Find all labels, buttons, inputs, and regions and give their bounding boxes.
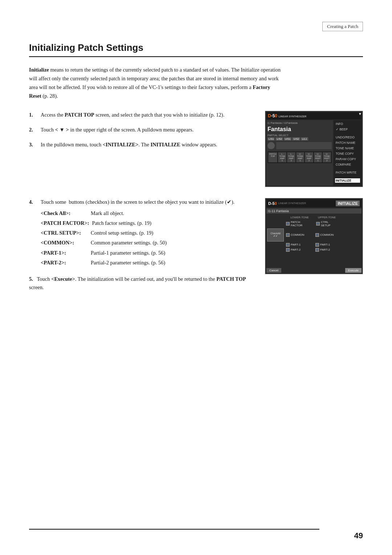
d50-nav-utone2[interactable]: U-TONEAMP 2 [305, 152, 313, 162]
d50-menu-compare[interactable]: COMPARE [335, 162, 360, 167]
d50-chk-patchfactor-lower[interactable] [286, 222, 290, 226]
page-header: Creating a Patch [0, 0, 392, 39]
init-val-checkall: Mark all object. [91, 209, 254, 218]
page-number: 49 [354, 531, 363, 540]
step-2-number: 2. [29, 126, 37, 134]
d50-init-footer: Cancel Execute [266, 268, 362, 273]
d50-checkall-btn[interactable]: CheckAll✔✔ [267, 228, 284, 242]
step-2: 2. Touch < ▼ > in the upper right of the… [29, 126, 254, 134]
d50-menu-info[interactable]: INFO [335, 122, 360, 126]
init-key-common: <COMMON>: [41, 239, 88, 247]
d50-chk-part2-lower[interactable] [286, 248, 290, 252]
init-val-part1: Partial-1 parameter settings. (p. 56) [91, 249, 254, 257]
d50-label-ctrlsetup: CTRLSETUP [321, 220, 331, 227]
d50-menu-paramcopy[interactable]: PARAM COPY [335, 157, 360, 161]
d50-chk-ctrlsetup-upper[interactable] [316, 222, 320, 226]
d50-menu-sep2 [335, 168, 360, 169]
d50-patch-name: Fantasia [268, 126, 332, 133]
d50-init-grid: LOWER-TONE UPPER-TONE PATCHFACTOR C [266, 215, 362, 267]
d50-part1-lower: PART-1 [286, 243, 313, 247]
d50-nav-upart2[interactable]: U-TONEPART 2 [323, 152, 331, 162]
d50-left-panel: i1 Fantasia / i1Fantasia Fantasia PARTIA… [266, 120, 333, 186]
init-item-common: <COMMON>: Common parameter settings. (p.… [41, 239, 254, 247]
d50-common-lower: COMMON [286, 233, 313, 237]
d50-controls [268, 142, 332, 149]
init-item-checkall: <Check All>: Mark all object. [41, 209, 254, 218]
d50-menu-tonecopy[interactable]: TONE COPY [335, 151, 360, 156]
d50-ctrl-setup-upper: CTRLSETUP [316, 220, 343, 227]
d50-nav-ltone2[interactable]: L-TONEAMP 2 [287, 152, 295, 162]
d50-ui-mockup: D-50 LINEAR SYNTHESIZER i1 Fantasia / i1… [265, 111, 363, 187]
init-item-patchfactor: <PATCH FACTOR>: Patch factor settings. (… [41, 219, 254, 227]
d50-cancel-button[interactable]: Cancel [266, 268, 281, 273]
d50-btn-ls2[interactable]: L/S2 [275, 137, 283, 141]
steps-1-3-area: 1. Access the PATCH TOP screen, and sele… [29, 111, 363, 187]
d50-label-part1-upper: PART-1 [320, 243, 330, 246]
d50-menu-initialize[interactable]: INITIALIZE [335, 178, 360, 183]
d50-patch-id: i1 Fantasia / i1Fantasia [268, 121, 332, 125]
d50-menu-sep1 [335, 133, 360, 134]
d50-btn-ll1[interactable]: L/L1 [301, 137, 308, 141]
d50-menu-tonename[interactable]: TONE NAME [335, 146, 360, 150]
d50-part1-upper: PART-1 [315, 243, 343, 247]
d50-part2-upper: PART-2 [315, 248, 343, 252]
d50-init-mockup: D-50 LINEAR SYNTHESIZER INITIALIZE I1-11… [265, 198, 363, 274]
d50-right-menu: ▼ INFO ✓ BEEP UNDO/REDO PATCH NAME TONE … [334, 120, 362, 186]
d50-menu-patchwrite[interactable]: PATCH WRITE [335, 170, 360, 175]
d50-init-row-part2: PART-2 PART-2 [286, 248, 361, 252]
steps-4-5-area: 4. Touch some buttons (checkbox) in the … [29, 198, 363, 292]
init-val-common: Common parameter settings. (p. 50) [91, 239, 254, 247]
intro-paragraph: Initialize means to return the settings … [29, 66, 283, 101]
d50-chk-part1-lower[interactable] [286, 243, 290, 247]
init-key-checkall: <Check All>: [41, 209, 88, 218]
d50-partial-bar: PARTIAL SELECT [268, 134, 332, 137]
d50-dropdown-arrow[interactable]: ▼ [358, 112, 362, 116]
step-3: 3. In the pulldown menu, touch <INITIALI… [29, 141, 254, 149]
init-key-part1: <PART-1>: [41, 249, 88, 257]
d50-chk-common-lower[interactable] [286, 233, 290, 237]
footer-divider [29, 529, 319, 530]
init-val-part2: Partial-2 parameter settings. (p. 56) [91, 259, 254, 267]
d50-label-part2-lower: PART-2 [291, 248, 301, 251]
d50-btn-us2[interactable]: U/S2 [292, 137, 300, 141]
step-1-number: 1. [29, 111, 37, 119]
steps-1-3-left: 1. Access the PATCH TOP screen, and sele… [29, 111, 254, 187]
page-footer: 49 [354, 531, 363, 540]
d50-nav-upart1[interactable]: U-TONEPART 1 [314, 152, 322, 162]
d50-top-bar: D-50 LINEAR SYNTHESIZER [266, 112, 362, 119]
d50-chk-part1-upper[interactable] [315, 243, 319, 247]
d50-btn-ls1[interactable]: L/S1 [268, 137, 275, 141]
d50-bottom-nav: PATCHTOP L-TONEAMP 1 L-TONEAMP 2 U-TONEA… [268, 151, 332, 163]
d50-logo: D-50 LINEAR SYNTHESIZER [268, 113, 306, 118]
step-4-text: Touch some buttons (checkbox) in the scr… [41, 198, 254, 268]
d50-init-col-headers: LOWER-TONE UPPER-TONE [286, 216, 361, 219]
d50-nav-utone1[interactable]: U-TONEAMP 1 [296, 152, 305, 162]
step-1: 1. Access the PATCH TOP screen, and sele… [29, 111, 254, 119]
screenshot-1-container: D-50 LINEAR SYNTHESIZER i1 Fantasia / i1… [265, 111, 363, 187]
d50-menu-undoredo[interactable]: UNDO/REDO [335, 135, 360, 139]
d50-label-part1-lower: PART-1 [291, 243, 301, 246]
d50-chk-common-upper[interactable] [315, 233, 319, 237]
d50-body: i1 Fantasia / i1Fantasia Fantasia PARTIA… [266, 120, 362, 186]
steps-4-5-left: 4. Touch some buttons (checkbox) in the … [29, 198, 254, 292]
main-content: Initializing Patch Settings Initialize m… [0, 39, 392, 324]
step-5: 5. Touch <Execute>. The initialization w… [29, 275, 254, 292]
screenshot-1: D-50 LINEAR SYNTHESIZER i1 Fantasia / i1… [265, 111, 363, 187]
section-title: Initializing Patch Settings [29, 42, 363, 57]
d50-btn-us1[interactable]: U/S1 [284, 137, 292, 141]
screenshot-2-container: D-50 LINEAR SYNTHESIZER INITIALIZE I1-11… [265, 198, 363, 292]
screenshot-2: D-50 LINEAR SYNTHESIZER INITIALIZE I1-11… [265, 198, 363, 274]
d50-slider [276, 142, 332, 149]
step-3-text: In the pulldown menu, touch <INITIALIZE>… [41, 141, 254, 149]
d50-menu-patchname[interactable]: PATCH NAME [335, 141, 360, 145]
d50-menu-beep[interactable]: ✓ BEEP [335, 127, 360, 131]
step-2-text: Touch < ▼ > in the upper right of the sc… [41, 126, 254, 134]
d50-execute-button[interactable]: Execute [345, 268, 362, 273]
d50-nav-ltone1[interactable]: L-TONEAMP 1 [278, 152, 286, 162]
breadcrumb: Creating a Patch [322, 22, 363, 31]
d50-col-lower: LOWER-TONE [286, 216, 313, 219]
d50-init-row-1: PATCHFACTOR CTRLSETUP [286, 220, 361, 227]
d50-chk-part2-upper[interactable] [315, 248, 319, 252]
d50-nav-top[interactable]: PATCHTOP [268, 152, 277, 162]
d50-patch-factor-lower: PATCHFACTOR [286, 220, 313, 227]
